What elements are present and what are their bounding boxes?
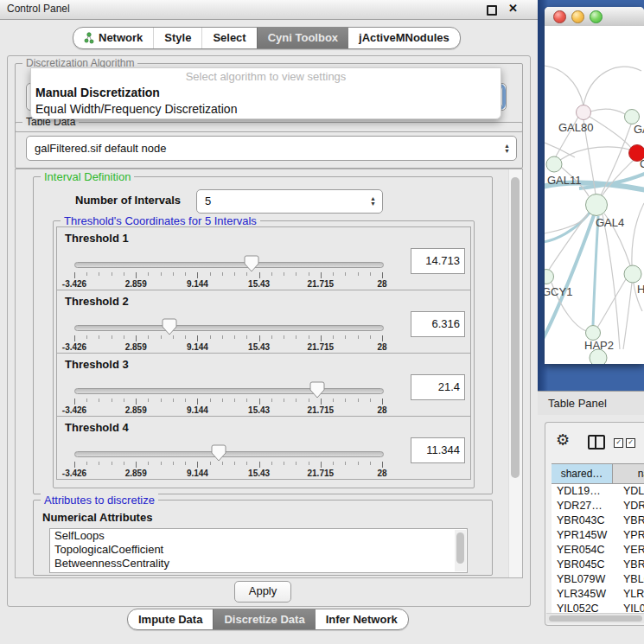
column-header-shared[interactable]: shared… — [552, 464, 613, 483]
network-node-GCY1[interactable] — [545, 270, 554, 284]
threshold-value-field[interactable]: 11.344 — [411, 437, 465, 463]
slider-thumb[interactable] — [309, 381, 325, 399]
scrollbar-thumb[interactable] — [511, 177, 520, 478]
network-edge[interactable] — [590, 117, 631, 148]
threshold-label: Threshold 4 — [65, 421, 129, 434]
table-row[interactable]: YDR27…YDR2 — [552, 499, 644, 513]
combo-value: galFiltered.sif default node — [35, 137, 166, 160]
network-edge-thick[interactable] — [545, 212, 590, 242]
tab-style[interactable]: Style — [153, 28, 201, 48]
gear-icon[interactable]: ⚙ — [556, 432, 570, 448]
tick-label: 28 — [377, 279, 386, 289]
cell-name: YDL1 — [617, 484, 644, 499]
network-node-HAP2[interactable] — [586, 326, 601, 341]
tab-infer-network[interactable]: Infer Network — [316, 609, 408, 629]
network-node-GAL4[interactable] — [586, 194, 608, 216]
tab-label: Style — [164, 28, 191, 48]
slider-track[interactable] — [74, 262, 384, 268]
window-close-icon[interactable] — [553, 10, 566, 23]
network-edge[interactable] — [597, 279, 626, 328]
threshold-panel-3: Threshold 3-3.4262.8599.14415.4321.71528… — [56, 353, 471, 417]
float-window-icon[interactable] — [487, 5, 497, 16]
window-minimize-icon[interactable] — [571, 10, 584, 23]
tick-label: 9.144 — [187, 469, 208, 478]
table-row[interactable]: YBL079WYBL0 — [552, 572, 644, 587]
node-label-GAL11: GAL11 — [547, 174, 582, 187]
network-edge[interactable] — [583, 67, 641, 105]
window-zoom-icon[interactable] — [590, 10, 603, 23]
threshold-slider[interactable]: -3.4262.8599.14415.4321.71528 — [74, 381, 384, 416]
dropdown-option-equal-width-frequency[interactable]: Equal Width/Frequency Discretization — [31, 101, 501, 118]
dropdown-option-manual-discretization[interactable]: Manual Discretization — [31, 85, 501, 101]
tick-label: 9.144 — [187, 342, 208, 352]
threshold-slider[interactable]: -3.4262.8599.14415.4321.71528 — [74, 318, 384, 353]
network-edge[interactable] — [545, 214, 588, 233]
table-row[interactable]: YLR345WYLR3 — [552, 587, 644, 602]
bottom-tabbar: Impute Data Discretize Data Infer Networ… — [127, 609, 409, 630]
tab-select[interactable]: Select — [201, 28, 256, 48]
threshold-value-field[interactable]: 6.316 — [411, 311, 465, 337]
numerical-attributes-list[interactable]: SelfLoopsTopologicalCoefficientBetweenne… — [49, 528, 468, 573]
tab-label: jActiveMNodules — [359, 28, 450, 48]
checkbox-icon[interactable]: ✓ — [614, 438, 623, 448]
tab-label: Discretize Data — [224, 609, 304, 629]
horizontal-scrollbar[interactable] — [546, 613, 644, 623]
scrollbar-thumb[interactable] — [456, 532, 464, 564]
vertical-scrollbar[interactable] — [508, 169, 522, 577]
tick-label: 15.43 — [248, 405, 270, 415]
network-node-H[interactable] — [624, 265, 641, 283]
slider-thumb[interactable] — [162, 318, 177, 335]
network-edge[interactable] — [590, 109, 625, 114]
tab-discretize-data[interactable]: Discretize Data — [213, 609, 315, 629]
tick-label: 2.859 — [125, 342, 147, 352]
network-edge[interactable] — [549, 214, 588, 270]
slider-track[interactable] — [74, 451, 384, 457]
table-row[interactable]: YPR145WYPR1 — [552, 528, 644, 543]
table-row[interactable]: YBR045CYBR0 — [552, 558, 644, 572]
tick-label: 21.715 — [308, 342, 335, 352]
scrollbar-thumb[interactable] — [549, 615, 642, 622]
apply-button[interactable]: Apply — [234, 581, 291, 603]
network-node-GA[interactable] — [625, 110, 640, 124]
network-window-titlebar — [545, 7, 644, 27]
threshold-value-field[interactable]: 14.713 — [411, 248, 465, 274]
network-icon — [84, 32, 94, 44]
number-of-intervals-combobox[interactable]: 5 ▲▼ — [196, 189, 383, 214]
cell-name: YDR2 — [617, 499, 644, 513]
list-item[interactable]: BetweennessCentrality — [50, 557, 467, 571]
list-item[interactable]: SelfLoops — [50, 529, 467, 543]
slider-track[interactable] — [74, 388, 384, 394]
slider-thumb[interactable] — [211, 444, 226, 462]
column-header-name[interactable]: na — [613, 464, 644, 483]
network-edge[interactable] — [545, 66, 583, 105]
network-graph[interactable]: GAL80GACGAL11GAL4GCY1HHAP2 — [545, 26, 644, 364]
checkbox-icon[interactable]: ✓ — [626, 438, 635, 448]
list-item[interactable]: TopologicalCoefficient — [50, 543, 467, 557]
tab-cyni-toolbox[interactable]: Cyni Toolbox — [257, 28, 348, 48]
tab-network[interactable]: Network — [73, 28, 153, 48]
network-edge[interactable] — [560, 147, 629, 160]
threshold-label: Threshold 2 — [65, 295, 129, 308]
network-node-GAL80[interactable] — [577, 105, 591, 120]
close-icon[interactable]: ✕ — [508, 2, 518, 15]
slider-track[interactable] — [74, 325, 384, 331]
slider-thumb[interactable] — [244, 255, 259, 272]
split-columns-icon[interactable] — [588, 435, 605, 450]
table-row[interactable]: YER054CYER0 — [552, 543, 644, 558]
table-row[interactable]: YBR043CYBR0 — [552, 513, 644, 528]
threshold-slider[interactable]: -3.4262.8599.14415.4321.71528 — [74, 444, 384, 479]
slider-ticks-major — [74, 335, 383, 341]
list-scrollbar[interactable] — [455, 530, 466, 571]
network-node-node[interactable] — [590, 349, 607, 364]
threshold-value-field[interactable]: 21.4 — [411, 374, 465, 400]
tab-impute-data[interactable]: Impute Data — [128, 609, 213, 629]
settings-scroll-area: Interval Definition Number of Intervals … — [15, 169, 523, 578]
threshold-slider[interactable]: -3.4262.8599.14415.4321.71528 — [74, 255, 384, 290]
network-node-GAL11[interactable] — [546, 156, 562, 172]
table-row[interactable]: YDL19…YDL1 — [552, 484, 644, 499]
network-edge-thick[interactable] — [593, 216, 598, 325]
table-data-combobox[interactable]: galFiltered.sif default node ▲▼ — [26, 136, 517, 161]
tab-jactivemnodules[interactable]: jActiveMNodules — [348, 28, 460, 48]
network-canvas[interactable]: GAL80GACGAL11GAL4GCY1HHAP2 — [545, 26, 644, 364]
network-edge[interactable] — [623, 283, 632, 349]
